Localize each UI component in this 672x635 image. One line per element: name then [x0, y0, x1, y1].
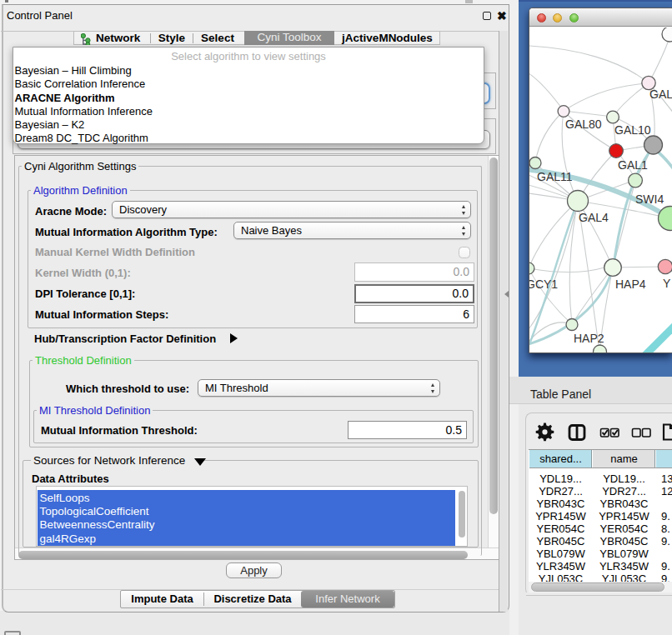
svg-text:GAL1: GAL1 [618, 158, 648, 172]
svg-text:GCY1: GCY1 [529, 278, 558, 291]
svg-text:HAP2: HAP2 [574, 332, 604, 345]
svg-text:HAP4: HAP4 [615, 278, 646, 291]
svg-text:GAL11: GAL11 [537, 170, 573, 183]
svg-text:SWI4: SWI4 [635, 192, 664, 206]
svg-text:GAL4: GAL4 [579, 211, 609, 224]
svg-text:GAL80: GAL80 [565, 118, 602, 131]
svg-text:GAL: GAL [649, 88, 672, 101]
svg-text:Y: Y [663, 277, 671, 290]
svg-text:GAL10: GAL10 [614, 123, 651, 137]
